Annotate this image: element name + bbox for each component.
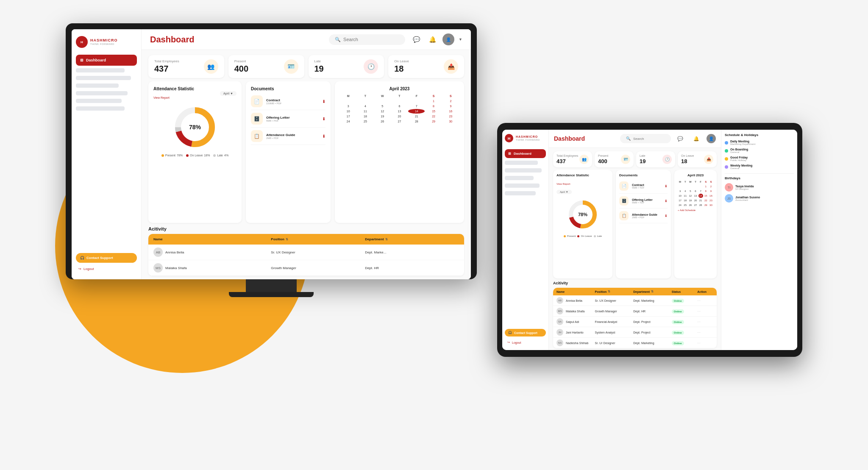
tablet-avatar[interactable]: 👤 [707, 134, 716, 143]
tablet-cal-20[interactable]: 20 [693, 198, 698, 203]
cal-day-5[interactable]: 5 [374, 104, 391, 108]
tablet-cal-3[interactable]: 3 [678, 189, 682, 193]
tablet-sidebar-item-dashboard[interactable]: ⊞ Dashboard [505, 149, 546, 158]
tablet-cal-15[interactable]: 15 [704, 194, 708, 198]
tablet-td-action-1[interactable]: ⋯ [697, 299, 713, 303]
cal-day-3[interactable]: 3 [340, 104, 356, 108]
cal-day-14[interactable]: 14 [408, 109, 425, 114]
cal-day-25[interactable]: 25 [357, 119, 373, 124]
cal-day-20[interactable]: 20 [391, 114, 408, 119]
legend-onleave: On Leave 18% [186, 154, 210, 157]
tablet-cal-17[interactable]: 17 [678, 198, 682, 203]
doc-download-guide[interactable]: ⬇ [322, 134, 326, 139]
tablet-doc-download-guide[interactable]: ⬇ [665, 214, 668, 218]
add-schedule-link[interactable]: + Add Schedule [678, 209, 713, 211]
tablet-logout-button[interactable]: ↪ Logout [505, 339, 546, 346]
cal-day-6[interactable]: 6 [391, 104, 408, 108]
cal-day-30[interactable]: 30 [442, 119, 459, 124]
tablet-cal-9[interactable]: 9 [709, 189, 713, 193]
cal-day-19[interactable]: 19 [374, 114, 391, 119]
tablet-cal-4[interactable]: 4 [683, 189, 687, 193]
cal-day-21[interactable]: 21 [408, 114, 425, 119]
chat-icon-button[interactable]: 💬 [410, 33, 422, 45]
tablet-cal-14[interactable]: 14 [698, 194, 703, 198]
cal-day-23[interactable]: 23 [442, 114, 459, 119]
logout-button[interactable]: ↪ Logout [76, 265, 137, 273]
cal-day-1[interactable]: 1 [425, 99, 442, 103]
cal-day-28[interactable]: 28 [408, 119, 425, 124]
cal-day-11[interactable]: 11 [357, 109, 373, 114]
cal-day-16[interactable]: 16 [442, 109, 459, 114]
tablet-search-bar[interactable]: 🔍 [620, 134, 671, 143]
tablet-cal-8[interactable]: 8 [704, 189, 708, 193]
cal-day-12[interactable]: 12 [374, 109, 391, 114]
tablet-contact-support-button[interactable]: 🎧 Contact Support [505, 329, 546, 337]
tablet-cal-10[interactable]: 10 [678, 194, 682, 198]
search-bar[interactable]: 🔍 [329, 34, 405, 45]
tablet-cal-19[interactable]: 19 [688, 198, 693, 203]
cal-day-27[interactable]: 27 [391, 119, 408, 124]
view-report-link[interactable]: View Report [153, 96, 170, 99]
tablet-cal-11[interactable]: 11 [683, 194, 687, 198]
sidebar-item-dashboard[interactable]: ⊞ Dashboard [76, 55, 137, 66]
cal-day-13[interactable]: 13 [391, 109, 408, 114]
tablet-month-filter[interactable]: April ▼ [556, 190, 572, 194]
tablet-search-input[interactable] [633, 137, 665, 141]
cal-day-29[interactable]: 29 [425, 119, 442, 124]
tablet-cal-1[interactable]: 1 [704, 184, 708, 189]
schedule-sub-3: Public Holiday [730, 159, 794, 161]
tablet-cal-21[interactable]: 21 [698, 198, 703, 203]
tablet-cal-5[interactable]: 5 [688, 189, 693, 193]
cal-day-7[interactable]: 7 [408, 104, 425, 108]
th-department[interactable]: Department ⇅ [365, 237, 459, 241]
tablet-th-position[interactable]: Position ⇅ [595, 290, 634, 293]
cal-day-9[interactable]: 9 [442, 104, 459, 108]
tablet-notification-icon-button[interactable]: 🔔 [690, 133, 702, 145]
cal-day-10[interactable]: 10 [340, 109, 356, 114]
tablet-td-action-5[interactable]: ⋯ [697, 341, 713, 345]
tablet-cal-22[interactable]: 22 [704, 198, 708, 203]
tablet-cal-30[interactable]: 30 [709, 203, 713, 207]
cal-day-22[interactable]: 22 [425, 114, 442, 119]
notification-icon-button[interactable]: 🔔 [426, 33, 438, 45]
tablet-chat-icon-button[interactable]: 💬 [674, 133, 686, 145]
tablet-cal-6[interactable]: 6 [693, 189, 698, 193]
tablet-cal-16[interactable]: 16 [709, 194, 713, 198]
th-position[interactable]: Position ⇅ [271, 237, 365, 241]
tablet-cal-28[interactable]: 28 [698, 203, 703, 207]
tablet-cal-7[interactable]: 7 [698, 189, 703, 193]
tablet-th-department[interactable]: Department ⇅ [633, 290, 672, 293]
cal-day-4[interactable]: 4 [357, 104, 373, 108]
cal-day-2[interactable]: 2 [442, 99, 459, 103]
tablet-doc-download-offering[interactable]: ⬇ [665, 199, 668, 203]
cal-day-15[interactable]: 15 [425, 109, 442, 114]
contact-support-button[interactable]: 🎧 Contact Support [76, 253, 137, 263]
cal-day-26[interactable]: 26 [374, 119, 391, 124]
avatar[interactable]: 👤 [442, 33, 454, 45]
tablet-cal-2[interactable]: 2 [709, 184, 713, 189]
tablet-td-action-3[interactable]: ⋯ [697, 320, 713, 324]
tablet-view-report-link[interactable]: View Report [556, 183, 570, 185]
cal-day-8[interactable]: 8 [425, 104, 442, 108]
tablet-cal-29[interactable]: 29 [704, 203, 708, 207]
search-input[interactable] [343, 37, 399, 42]
tablet-cal-25[interactable]: 25 [683, 203, 687, 207]
tablet-td-action-2[interactable]: ⋯ [697, 309, 713, 313]
cal-day-17[interactable]: 17 [340, 114, 356, 119]
doc-download-contract[interactable]: ⬇ [322, 99, 326, 104]
svg-text:H: H [508, 136, 511, 141]
tablet-cal-18[interactable]: 18 [683, 198, 687, 203]
tablet-cal-26[interactable]: 26 [688, 203, 693, 207]
month-filter[interactable]: April ▼ [220, 91, 236, 96]
cal-day-18[interactable]: 18 [357, 114, 373, 119]
tablet-cal-27[interactable]: 27 [693, 203, 698, 207]
tablet-cal-13[interactable]: 13 [693, 194, 698, 198]
cal-day-24[interactable]: 24 [340, 119, 356, 124]
tablet-td-action-4[interactable]: ⋯ [697, 331, 713, 334]
tablet-cal-23[interactable]: 23 [709, 198, 713, 203]
tablet-cal-12[interactable]: 12 [688, 194, 693, 198]
doc-download-offering[interactable]: ⬇ [322, 117, 326, 121]
tablet-cal-24[interactable]: 24 [678, 203, 682, 207]
tablet-doc-download-contract[interactable]: ⬇ [665, 184, 668, 188]
legend-late-value: 4% [224, 154, 228, 157]
